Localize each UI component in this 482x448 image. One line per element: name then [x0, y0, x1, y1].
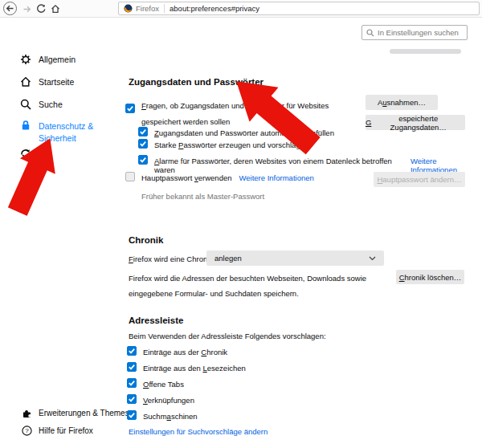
sidebar-item-sync[interactable]	[20, 148, 39, 159]
sync-icon	[20, 148, 31, 159]
sidebar-item-label: Hilfe für Firefox	[39, 426, 93, 435]
history-mode-label: Firefox wird eine Chronik	[129, 255, 213, 263]
checkbox-suggest-search-engines[interactable]	[127, 410, 137, 420]
history-description: Firefox wird die Adressen der besuchten …	[129, 271, 394, 301]
sidebar-item-label: Datenschutz & Sicherheit	[39, 120, 103, 145]
checkbox-suggest-open-tabs-label[interactable]: Offene Tabs	[143, 380, 184, 389]
checkbox-primary-password[interactable]	[125, 172, 135, 181]
checkbox-suggest-shortcuts[interactable]	[127, 394, 137, 404]
sidebar-item-allgemein[interactable]: Allgemein	[20, 54, 76, 65]
checkbox-ask-save-label[interactable]: Fragen, ob Zugangsdaten und Passwörter f…	[141, 98, 363, 129]
checkbox-suggest-open-tabs[interactable]	[127, 378, 137, 388]
reload-icon[interactable]	[35, 3, 47, 14]
sidebar-item-hilfe[interactable]: ? Hilfe für Firefox	[22, 426, 93, 436]
sidebar-item-label: Suche	[39, 99, 63, 109]
lock-icon	[20, 120, 31, 131]
back-icon[interactable]	[3, 2, 17, 15]
checkbox-breach-alerts-label[interactable]: Alarme für Passwörter, deren Websites vo…	[154, 157, 403, 174]
history-mode-selected-value: anlegen	[214, 254, 242, 263]
clear-history-button[interactable]: Chronik löschen…	[396, 270, 464, 284]
url-text[interactable]: about:preferences#privacy	[170, 4, 259, 13]
history-mode-select[interactable]: anlegen	[206, 250, 384, 266]
home-icon[interactable]	[50, 3, 61, 14]
checkbox-autofill-label[interactable]: Zugangsdaten und Passwörter automatisch …	[154, 128, 334, 137]
checkbox-breach-alerts[interactable]	[138, 155, 148, 165]
primary-password-learn-more-link[interactable]: Weitere Informationen	[239, 173, 314, 182]
checkbox-suggest-bookmarks[interactable]	[127, 362, 137, 372]
exceptions-button[interactable]: Ausnahmen…	[366, 95, 438, 110]
checkbox-suggest-history-label[interactable]: Einträge aus der Chronik	[143, 348, 227, 356]
scroll-indicator-bar	[390, 49, 461, 54]
browser-toolbar: Firefox about:preferences#privacy	[0, 0, 482, 18]
checkbox-ask-save[interactable]	[125, 104, 135, 113]
settings-search-input[interactable]: In Einstellungen suchen	[362, 25, 468, 40]
checkbox-suggest-history[interactable]	[127, 346, 137, 356]
search-suggestions-settings-link[interactable]: Einstellungen für Suchvorschläge ändern	[129, 427, 268, 436]
address-bar-description: Beim Verwenden der Adressleiste Folgende…	[129, 332, 326, 340]
saved-logins-button[interactable]: Gespeicherte Zugangsdaten…	[366, 115, 465, 130]
checkbox-generate-passwords-label[interactable]: Starke Passwörter erzeugen und vorschlag…	[154, 141, 308, 149]
firefox-logo-icon	[124, 4, 133, 13]
checkbox-primary-password-label[interactable]: Hauptpasswort verwenden	[141, 173, 232, 182]
change-primary-password-button[interactable]: Hauptpasswort ändern…	[374, 172, 465, 187]
section-title-logins: Zugangsdaten und Passwörter	[129, 77, 263, 87]
sidebar-item-label: Allgemein	[39, 54, 76, 64]
sidebar-item-label: Erweiterungen & Themes	[39, 409, 129, 417]
sidebar-item-label: Startseite	[39, 76, 74, 87]
puzzle-icon	[22, 408, 32, 418]
checkbox-suggest-shortcuts-label[interactable]: Verknüpfungen	[143, 396, 194, 405]
chevron-down-icon	[369, 256, 376, 261]
section-title-address-bar: Adressleiste	[129, 316, 183, 325]
search-placeholder: In Einstellungen suchen	[378, 28, 459, 37]
sidebar-item-erweiterungen-themes[interactable]: Erweiterungen & Themes	[22, 408, 129, 418]
sidebar-item-startseite[interactable]: Startseite	[20, 76, 74, 88]
section-title-history: Chronik	[129, 235, 163, 245]
address-bar[interactable]: Firefox about:preferences#privacy	[118, 2, 480, 15]
help-icon: ?	[22, 426, 32, 436]
forward-icon[interactable]	[22, 4, 31, 14]
identity-site-label: Firefox	[136, 4, 159, 13]
checkbox-autofill[interactable]	[138, 127, 148, 136]
checkbox-generate-passwords[interactable]	[138, 139, 148, 149]
checkbox-suggest-search-engines-label[interactable]: Suchmaschinen	[143, 412, 198, 421]
gear-icon	[20, 54, 31, 65]
svg-text:?: ?	[25, 427, 29, 434]
home-icon	[20, 76, 31, 88]
search-icon	[366, 29, 374, 37]
sidebar-item-datenschutz-sicherheit[interactable]: Datenschutz & Sicherheit	[20, 120, 103, 145]
search-icon	[20, 99, 31, 110]
firefox-preferences-window: Firefox about:preferences#privacy In Ein…	[0, 0, 482, 448]
primary-password-note: Früher bekannt als Master-Passwort	[141, 192, 264, 201]
checkbox-suggest-bookmarks-label[interactable]: Einträge aus den Lesezeichen	[143, 364, 246, 373]
urlbar-separator	[164, 4, 165, 13]
sidebar-item-suche[interactable]: Suche	[20, 99, 63, 110]
